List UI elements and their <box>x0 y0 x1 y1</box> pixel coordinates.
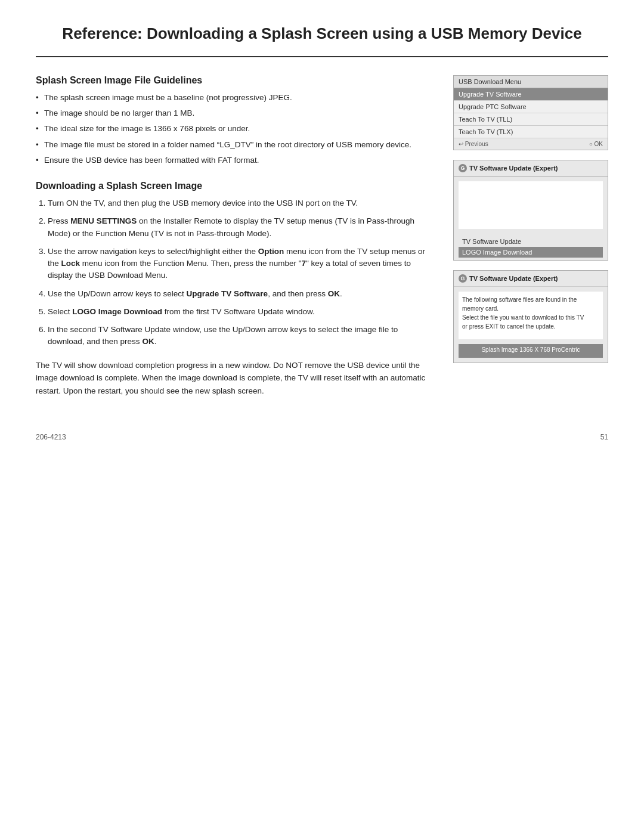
expert-panel-2-header: G TV Software Update (Expert) <box>454 271 608 287</box>
list-item: The ideal size for the image is 1366 x 7… <box>36 123 435 135</box>
step-6: In the second TV Software Update window,… <box>48 324 435 348</box>
step-4: Use the Up/Down arrow keys to select Upg… <box>48 288 435 300</box>
part-number: 206-4213 <box>36 433 66 441</box>
expert-panel-2-footer: Splash Image 1366 X 768 ProCentric <box>459 344 603 358</box>
left-column: Splash Screen Image File Guidelines The … <box>36 75 435 398</box>
guidelines-list: The splash screen image must be a baseli… <box>36 92 435 166</box>
menu-item-upgrade-tv: Upgrade TV Software <box>454 88 608 101</box>
usb-menu-title: USB Download Menu <box>454 76 608 88</box>
content-area: Splash Screen Image File Guidelines The … <box>36 75 608 398</box>
step-3: Use the arrow navigation keys to select/… <box>48 246 435 282</box>
page-number: 51 <box>600 433 608 441</box>
usb-menu-footer: ↩ Previous ○ OK <box>454 138 608 150</box>
list-item: Ensure the USB device has been formatted… <box>36 154 435 166</box>
top-divider <box>36 56 608 57</box>
footer-item-tv-software: TV Software Update <box>459 236 603 247</box>
tv-software-update-panel-2: G TV Software Update (Expert) The follow… <box>453 270 608 363</box>
expert-panel-2-body: The following software files are found i… <box>459 292 603 339</box>
page-footer: 206-4213 51 <box>36 433 608 441</box>
circle-icon-1: G <box>459 164 467 172</box>
right-column: USB Download Menu Upgrade TV Software Up… <box>453 75 608 363</box>
page-title: Reference: Downloading a Splash Screen u… <box>36 24 608 44</box>
step6-ok: OK <box>142 337 154 346</box>
expert-panel-1-body <box>459 181 603 229</box>
menu-item-upgrade-ptc: Upgrade PTC Software <box>454 101 608 113</box>
step-2: Press MENU SETTINGS on the Installer Rem… <box>48 215 435 240</box>
closing-paragraph: The TV will show download completion pro… <box>36 359 435 398</box>
step3-lock: Lock <box>61 259 80 268</box>
usb-download-menu-panel: USB Download Menu Upgrade TV Software Up… <box>453 75 608 150</box>
list-item: The image should be no larger than 1 MB. <box>36 107 435 119</box>
list-item: The image file must be stored in a folde… <box>36 139 435 151</box>
tv-software-update-panel-1: G TV Software Update (Expert) TV Softwar… <box>453 160 608 261</box>
expert-panel-1-footer: TV Software Update LOGO Image Download <box>454 234 608 260</box>
list-item: The splash screen image must be a baseli… <box>36 92 435 104</box>
guidelines-heading: Splash Screen Image File Guidelines <box>36 75 435 86</box>
footer-item-logo-download: LOGO Image Download <box>459 247 603 258</box>
steps-list: Turn ON the TV, and then plug the USB me… <box>36 197 435 348</box>
step3-option: Option <box>258 247 284 256</box>
step2-bold: MENU SETTINGS <box>70 216 137 225</box>
menu-item-teach-tlx: Teach To TV (TLX) <box>454 126 608 138</box>
step-5: Select LOGO Image Download from the firs… <box>48 306 435 318</box>
menu-footer-ok: ○ OK <box>589 141 603 147</box>
circle-icon-2: G <box>459 274 467 283</box>
step-1: Turn ON the TV, and then plug the USB me… <box>48 197 435 209</box>
menu-footer-previous: ↩ Previous <box>459 141 488 147</box>
expert-panel-1-header: G TV Software Update (Expert) <box>454 160 608 176</box>
step5-bold: LOGO Image Download <box>72 307 162 316</box>
menu-item-teach-tll: Teach To TV (TLL) <box>454 113 608 126</box>
usb-menu-list: Upgrade TV Software Upgrade PTC Software… <box>454 88 608 138</box>
downloading-heading: Downloading a Splash Screen Image <box>36 181 435 191</box>
step4-ok: OK <box>328 289 340 298</box>
step4-bold: Upgrade TV Software <box>187 289 268 298</box>
